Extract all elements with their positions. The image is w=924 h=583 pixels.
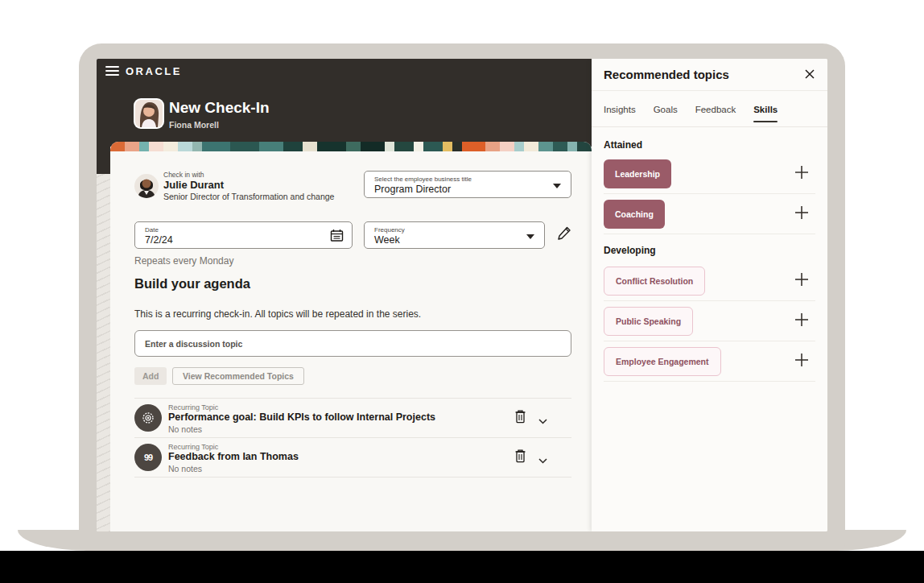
plus-icon[interactable] <box>793 205 811 223</box>
agenda-description: This is a recurring check-in. All topics… <box>134 308 421 320</box>
chevron-down-icon <box>553 184 561 188</box>
person-name: Julie Durant <box>163 179 224 191</box>
skill-chip[interactable]: Public Speaking <box>604 307 693 336</box>
mockup-bottom-bar <box>0 551 924 583</box>
close-icon[interactable] <box>802 67 818 83</box>
left-gutter-texture <box>97 174 110 531</box>
expand-chevron-icon[interactable] <box>538 454 547 466</box>
trash-icon[interactable] <box>514 410 526 426</box>
tab-feedback[interactable]: Feedback <box>695 105 736 122</box>
expand-chevron-icon[interactable] <box>538 415 547 427</box>
tab-skills[interactable]: Skills <box>753 105 778 122</box>
left-gutter-dark <box>97 147 110 174</box>
skill-chip[interactable]: Leadership <box>604 159 671 188</box>
page-subtitle: Fiona Morell <box>169 120 219 130</box>
laptop-frame: ORACLE New Check-In <box>79 43 845 551</box>
section-heading-developing: Developing <box>604 245 656 256</box>
plus-icon[interactable] <box>793 272 811 290</box>
date-label: Date <box>145 226 159 234</box>
avatar <box>134 174 159 198</box>
cover-art-banner <box>110 142 592 151</box>
discussion-topic-input[interactable] <box>134 330 571 357</box>
tab-insights[interactable]: Insights <box>604 105 636 122</box>
business-title-select[interactable]: Select the employee business title Progr… <box>364 171 571 198</box>
app-window: ORACLE New Check-In <box>97 59 827 531</box>
section-heading-attained: Attained <box>604 139 642 151</box>
plus-icon[interactable] <box>793 312 811 330</box>
skill-row: Leadership <box>604 154 815 194</box>
skill-row: Coaching <box>604 194 815 234</box>
topic-row: Recurring Topic Performance goal: Build … <box>134 399 571 438</box>
target-icon <box>134 404 162 432</box>
plus-icon[interactable] <box>793 353 811 370</box>
checkin-card: Check in with Julie Durant Senior Direct… <box>110 142 592 531</box>
skill-chip[interactable]: Conflict Resolution <box>604 267 705 296</box>
topic-title: Performance goal: Build KPIs to follow I… <box>168 411 435 423</box>
topic-notes: No notes <box>168 424 202 434</box>
add-button[interactable]: Add <box>134 367 167 385</box>
date-value: 7/2/24 <box>145 234 173 246</box>
page: ORACLE New Check-In <box>0 0 924 583</box>
topic-type-label: Recurring Topic <box>168 403 218 411</box>
attained-list: Leadership Coaching <box>604 154 815 234</box>
chevron-down-icon <box>526 234 534 239</box>
plus-icon[interactable] <box>793 165 811 183</box>
topic-notes: No notes <box>168 464 202 473</box>
edit-frequency-pencil-icon[interactable] <box>555 225 574 244</box>
person-job-title: Senior Director of Transformation and ch… <box>163 192 334 201</box>
page-title: New Check-In <box>169 99 270 117</box>
checkin-with-label: Check in with <box>163 171 204 179</box>
developing-list: Conflict Resolution Public Speaking Empl… <box>604 261 815 382</box>
quote-icon: 99 <box>134 444 162 471</box>
calendar-icon[interactable] <box>330 229 344 242</box>
business-title-value: Program Director <box>374 184 451 195</box>
panel-title: Recommended topics <box>604 68 729 81</box>
avatar <box>134 98 164 129</box>
tab-goals[interactable]: Goals <box>654 105 678 122</box>
skill-row: Employee Engagement <box>604 341 815 382</box>
topic-type-label: Recurring Topic <box>168 443 218 451</box>
panel-tabs: Insights Goals Feedback Skills <box>604 105 778 122</box>
topic-row: 99 Recurring Topic Feedback from Ian Tho… <box>134 438 571 478</box>
oracle-logo: ORACLE <box>126 65 182 77</box>
checkin-main: ORACLE New Check-In <box>97 59 592 531</box>
agenda-heading: Build your agenda <box>134 276 250 292</box>
menu-icon[interactable] <box>105 66 119 77</box>
view-recommended-topics-button[interactable]: View Recommended Topics <box>172 367 304 385</box>
skill-chip[interactable]: Coaching <box>604 200 665 229</box>
skill-chip[interactable]: Employee Engagement <box>604 347 721 376</box>
divider <box>592 126 827 127</box>
avatar-photo <box>135 100 163 127</box>
date-field[interactable]: Date 7/2/24 <box>134 221 353 249</box>
app-header: ORACLE New Check-In <box>97 59 592 147</box>
topic-title: Feedback from Ian Thomas <box>168 451 299 462</box>
recommended-topics-panel: Recommended topics Insights Goals Feedba… <box>592 59 827 531</box>
business-title-label: Select the employee business title <box>374 176 472 183</box>
frequency-label: Frequency <box>374 226 405 234</box>
skill-row: Public Speaking <box>604 301 815 341</box>
trash-icon[interactable] <box>514 449 526 465</box>
divider <box>592 90 827 91</box>
repeats-text: Repeats every Monday <box>134 255 233 267</box>
frequency-value: Week <box>374 234 400 246</box>
frequency-select[interactable]: Frequency Week <box>364 221 545 249</box>
skill-row: Conflict Resolution <box>604 261 815 301</box>
